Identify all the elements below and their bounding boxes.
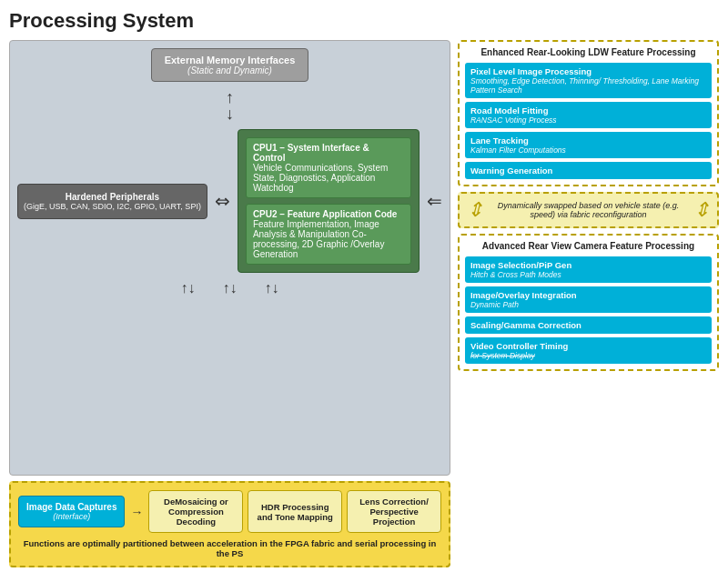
arrow-right-to-proc: →	[130, 505, 143, 519]
ext-mem-title: External Memory Interfaces	[165, 55, 296, 65]
ext-mem-subtitle: (Static and Dynamic)	[165, 65, 296, 75]
cpu-block: CPU1 – System Interface & Control Vehicl…	[238, 129, 420, 273]
image-data-title: Image Data Captures	[26, 502, 116, 512]
advanced-panel-title: Advanced Rear View Camera Feature Proces…	[465, 241, 712, 251]
feature-item-lane: Lane Tracking Kalman Filter Computations	[465, 132, 712, 158]
arrow-lr-right-panel: ⇐	[427, 190, 442, 212]
cpu1-title: CPU1 – System Interface & Control	[253, 143, 404, 163]
bottom-row: Image Data Captures (Interface) → DeMosa…	[18, 490, 441, 533]
main-layout: External Memory Interfaces (Static and D…	[9, 40, 719, 567]
image-data-subtitle: (Interface)	[26, 512, 116, 521]
page: Processing System External Memory Interf…	[0, 0, 728, 582]
bottom-section: Image Data Captures (Interface) → DeMosa…	[9, 481, 450, 567]
cpu2-desc: Feature Implementation, Image Analysis &…	[253, 219, 404, 259]
page-title: Processing System	[9, 9, 719, 33]
top-section: External Memory Interfaces (Static and D…	[9, 40, 450, 476]
ext-mem-box: External Memory Interfaces (Static and D…	[151, 48, 309, 82]
swap-note: ⇕ Dynamically swapped based on vehicle s…	[458, 192, 719, 228]
hardened-title: Hardened Peripherals	[24, 192, 201, 202]
cpu1-box: CPU1 – System Interface & Control Vehicl…	[246, 137, 411, 198]
swap-arrow-left: ⇕	[467, 198, 483, 222]
proc-box-hdr: HDR Processing and Tone Mapping	[248, 490, 342, 533]
proc-boxes: DeMosaicing or Compression Decoding HDR …	[148, 490, 440, 533]
swap-note-text: Dynamically swapped based on vehicle sta…	[487, 201, 690, 219]
arrow-lr-hardened: ⇔	[215, 190, 230, 212]
vert-arrow-ext-mem: ↑↓	[226, 89, 234, 122]
right-column: Enhanced Rear-Looking LDW Feature Proces…	[458, 40, 719, 567]
feature-item-image-overlay: Image/Overlay Integration Dynamic Path	[465, 286, 712, 313]
middle-row: Hardened Peripherals (GigE, USB, CAN, SD…	[17, 129, 442, 273]
cpu2-title: CPU2 – Feature Application Code	[253, 209, 404, 219]
hardened-subtitle: (GigE, USB, CAN, SDIO, I2C, GPIO, UART, …	[24, 202, 201, 211]
proc-box-lens: Lens Correction/ Perspective Projection	[347, 490, 441, 533]
feature-item-scaling: Scaling/Gamma Correction	[465, 316, 712, 334]
advanced-panel: Advanced Rear View Camera Feature Proces…	[458, 234, 719, 371]
cpu2-box: CPU2 – Feature Application Code Feature …	[246, 204, 411, 265]
feature-item-image-sel: Image Selection/PiP Gen Hitch & Cross Pa…	[465, 256, 712, 283]
hardened-box: Hardened Peripherals (GigE, USB, CAN, SD…	[17, 184, 207, 219]
bottom-note: Functions are optimally partitioned betw…	[18, 538, 441, 558]
enhanced-panel-title: Enhanced Rear-Looking LDW Feature Proces…	[465, 47, 712, 57]
image-data-box: Image Data Captures (Interface)	[18, 496, 125, 527]
proc-box-demosaicing: DeMosaicing or Compression Decoding	[148, 490, 243, 533]
swap-arrow-right: ⇕	[693, 198, 710, 222]
enhanced-panel: Enhanced Rear-Looking LDW Feature Proces…	[458, 40, 719, 186]
feature-item-road: Road Model Fitting RANSAC Voting Process	[465, 102, 712, 128]
feature-item-pixel: Pixel Level Image Processing Smoothing, …	[465, 63, 712, 98]
arrows-down-to-bottom: ↑↓ ↑↓ ↑↓	[180, 280, 278, 296]
feature-item-video: Video Controller Timing for System Displ…	[465, 337, 712, 364]
left-column: External Memory Interfaces (Static and D…	[9, 40, 450, 567]
cpu1-desc: Vehicle Communications, System State, Di…	[253, 163, 404, 193]
feature-item-warning: Warning Generation	[465, 162, 712, 179]
